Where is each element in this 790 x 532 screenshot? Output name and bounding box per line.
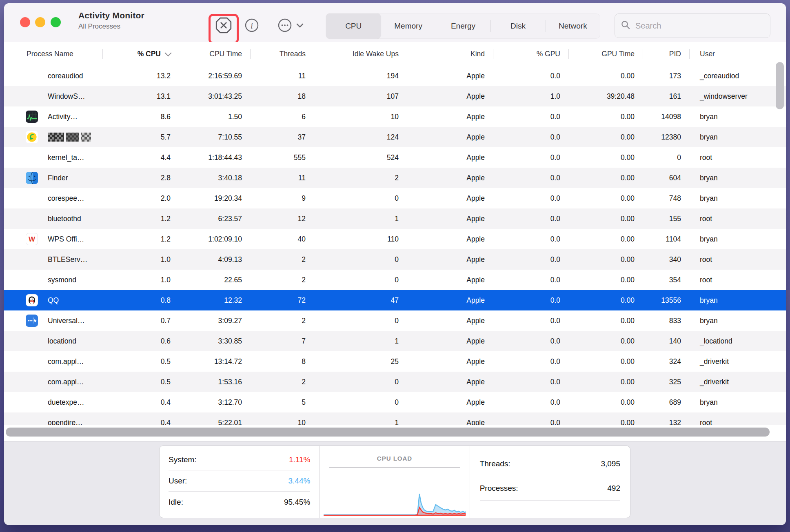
cell-cpu: 0.6 bbox=[103, 331, 179, 351]
process-row[interactable]: kernel_ta…4.41:18:44.43555524Apple0.00.0… bbox=[4, 147, 786, 168]
icon-placeholder bbox=[26, 355, 38, 368]
tab-disk[interactable]: Disk bbox=[490, 13, 545, 39]
process-row[interactable]: bluetoothd1.26:23.57121Apple0.00.00155ro… bbox=[4, 208, 786, 229]
process-row[interactable]: Universal…0.73:09.2720Apple0.00.00833bry… bbox=[4, 310, 786, 331]
search-field[interactable] bbox=[615, 13, 770, 38]
process-row[interactable]: 5.77:10.5537124Apple0.00.0012380bryan bbox=[4, 127, 786, 147]
process-table: coreaudiod13.22:16:59.6911194Apple0.00.0… bbox=[4, 66, 786, 425]
processes-label: Processes: bbox=[480, 484, 518, 493]
cell-cpu: 0.4 bbox=[103, 412, 179, 425]
process-name: sysmond bbox=[48, 270, 76, 290]
icon-placeholder bbox=[26, 335, 38, 347]
cpu-load-rule bbox=[329, 467, 459, 468]
process-row[interactable]: coreaudiod13.22:16:59.6911194Apple0.00.0… bbox=[4, 66, 786, 86]
process-row[interactable]: Activity…8.61.50610Apple0.00.0014098brya… bbox=[4, 106, 786, 127]
cell-cpu: 1.0 bbox=[103, 270, 179, 290]
cell-pid: 132 bbox=[643, 412, 690, 425]
tab-network[interactable]: Network bbox=[546, 13, 600, 39]
finder-icon bbox=[26, 172, 38, 184]
tab-memory[interactable]: Memory bbox=[381, 13, 435, 39]
column-header-name[interactable]: Process Name bbox=[4, 42, 103, 66]
column-header-cpu[interactable]: % CPU bbox=[103, 42, 179, 66]
cell-gpu_time: 0.00 bbox=[569, 168, 643, 188]
cpu-summary-panel: System: 1.11% User: 3.44% Idle: 95.45% C… bbox=[159, 446, 630, 518]
cell-cpu_time: 3:12.70 bbox=[179, 392, 251, 412]
column-header-idle_wake_ups[interactable]: Idle Wake Ups bbox=[314, 42, 407, 66]
cell-cpu: 1.2 bbox=[103, 229, 179, 249]
system-stat-row: System: 1.11% bbox=[169, 449, 310, 470]
cell-cpu_time: 19:20.34 bbox=[179, 188, 251, 208]
process-row[interactable]: duetexpe…0.43:12.7050Apple0.00.00689brya… bbox=[4, 392, 786, 412]
process-row[interactable]: QQ0.812.327247Apple0.00.0013556bryan bbox=[4, 290, 786, 310]
cell-pid: 140 bbox=[643, 331, 690, 351]
cell-name: com.appl… bbox=[4, 372, 103, 392]
cell-kind: Apple bbox=[407, 229, 493, 249]
cell-kind: Apple bbox=[407, 106, 493, 127]
column-header-threads[interactable]: Threads bbox=[251, 42, 314, 66]
cell-cpu_time: 4:09.13 bbox=[179, 249, 251, 270]
more-options-button[interactable] bbox=[277, 13, 304, 39]
cell-kind: Apple bbox=[407, 351, 493, 372]
process-name: locationd bbox=[48, 331, 76, 351]
process-row[interactable]: Finder2.83:40.18112Apple0.00.00604bryan bbox=[4, 168, 786, 188]
cell-threads: 5 bbox=[251, 392, 314, 412]
process-row[interactable]: WWPS Offi…1.21:02:09.1040110Apple0.00.00… bbox=[4, 229, 786, 249]
vertical-scrollbar[interactable] bbox=[776, 62, 784, 109]
icon-placeholder bbox=[26, 90, 38, 102]
search-input[interactable] bbox=[635, 21, 764, 31]
tab-cpu[interactable]: CPU bbox=[326, 13, 381, 39]
cell-pid: 354 bbox=[643, 270, 690, 290]
cell-name: Universal… bbox=[4, 310, 103, 331]
process-row[interactable]: locationd0.63:30.8571Apple0.00.00140_loc… bbox=[4, 331, 786, 351]
column-header-cpu_time[interactable]: CPU Time bbox=[179, 42, 251, 66]
cell-gpu: 0.0 bbox=[493, 188, 569, 208]
process-name: com.appl… bbox=[48, 372, 84, 392]
column-header-gpu_time[interactable]: GPU Time bbox=[569, 42, 643, 66]
cell-pid: 604 bbox=[643, 168, 690, 188]
processes-value: 492 bbox=[607, 484, 620, 493]
cell-idle_wake_ups: 25 bbox=[314, 351, 407, 372]
cell-name: sysmond bbox=[4, 270, 103, 290]
process-name: BTLEServ… bbox=[48, 249, 87, 270]
system-label: System: bbox=[169, 455, 197, 464]
process-row[interactable]: WindowS…13.13:01:43.2518107Apple1.039:20… bbox=[4, 86, 786, 106]
inspect-info-button[interactable]: i bbox=[244, 13, 260, 39]
process-row[interactable]: opendire…0.45:22.01101Apple0.00.00132roo… bbox=[4, 412, 786, 425]
close-button[interactable] bbox=[20, 17, 30, 27]
column-header-user[interactable]: User bbox=[690, 42, 771, 66]
process-row[interactable]: com.appl…0.51:53.1620Apple0.00.00325_dri… bbox=[4, 372, 786, 392]
cell-pid: 155 bbox=[643, 208, 690, 229]
column-header-kind[interactable]: Kind bbox=[407, 42, 493, 66]
icon-placeholder bbox=[26, 192, 38, 204]
cell-pid: 12380 bbox=[643, 127, 690, 147]
cell-threads: 2 bbox=[251, 310, 314, 331]
process-row[interactable]: corespee…2.019:20.3490Apple0.00.00748bry… bbox=[4, 188, 786, 208]
zoom-button[interactable] bbox=[51, 17, 61, 27]
cpu-load-title: CPU LOAD bbox=[320, 455, 469, 462]
cell-gpu_time: 0.00 bbox=[569, 270, 643, 290]
tab-energy[interactable]: Energy bbox=[436, 13, 490, 39]
cell-threads: 11 bbox=[251, 66, 314, 86]
cell-gpu: 0.0 bbox=[493, 168, 569, 188]
cell-name: Finder bbox=[4, 168, 103, 188]
icon-placeholder bbox=[26, 274, 38, 286]
cell-kind: Apple bbox=[407, 412, 493, 425]
cell-cpu: 0.5 bbox=[103, 372, 179, 392]
process-row[interactable]: com.appl…0.513:14.72825Apple0.00.00324_d… bbox=[4, 351, 786, 372]
cell-kind: Apple bbox=[407, 127, 493, 147]
process-row[interactable]: BTLEServ…1.04:09.1320Apple0.00.00340root bbox=[4, 249, 786, 270]
cell-pid: 161 bbox=[643, 86, 690, 106]
cell-threads: 2 bbox=[251, 270, 314, 290]
column-header-pid[interactable]: PID bbox=[643, 42, 690, 66]
minimize-button[interactable] bbox=[35, 17, 45, 27]
toolbar: Activity Monitor All Processes i bbox=[4, 3, 786, 42]
cell-gpu_time: 0.00 bbox=[569, 372, 643, 392]
cell-threads: 6 bbox=[251, 106, 314, 127]
cell-user: root bbox=[690, 412, 771, 425]
column-header-gpu[interactable]: % GPU bbox=[493, 42, 569, 66]
qqmusic-icon bbox=[26, 131, 38, 143]
process-row[interactable]: sysmond1.022.6520Apple0.00.00354root bbox=[4, 270, 786, 290]
wps-icon: W bbox=[26, 233, 38, 245]
process-name: opendire… bbox=[48, 412, 83, 425]
horizontal-scrollbar[interactable] bbox=[6, 428, 770, 437]
